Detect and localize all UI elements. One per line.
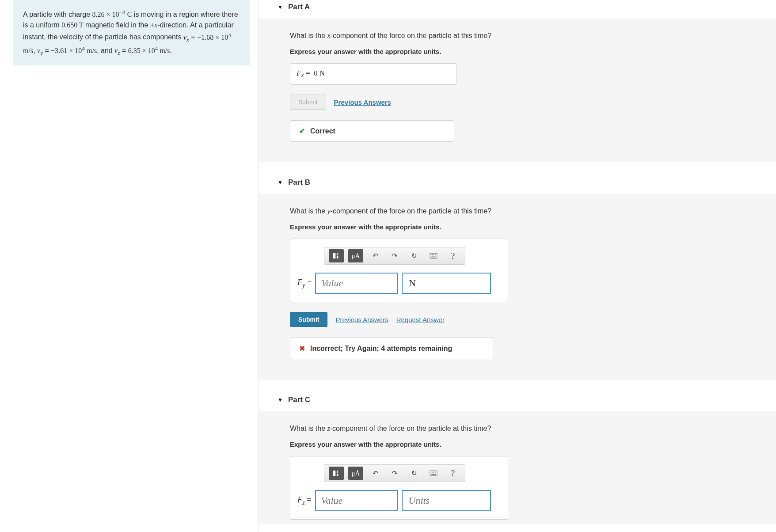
redo-icon[interactable]: ↷ bbox=[387, 249, 402, 262]
x-icon: ✖ bbox=[299, 344, 305, 353]
caret-down-icon: ▼ bbox=[278, 397, 283, 403]
unit-input-b[interactable] bbox=[402, 273, 491, 294]
part-a-feedback: ✔ Correct bbox=[290, 120, 454, 142]
reset-icon[interactable]: ↻ bbox=[407, 467, 422, 480]
svg-rect-15 bbox=[434, 472, 434, 473]
part-c-body: What is the z-component of the force on … bbox=[259, 411, 776, 524]
svg-rect-11 bbox=[337, 474, 339, 476]
part-b-var: Fy = bbox=[297, 278, 312, 289]
part-c-instruction: Express your answer with the appropriate… bbox=[290, 441, 758, 448]
part-b-question: What is the y-component of the force on … bbox=[290, 207, 758, 215]
part-c-input-area: μÅ ↶ ↷ ↻ ? Fz = bbox=[290, 456, 508, 520]
svg-rect-6 bbox=[434, 255, 434, 255]
previous-answers-link-b[interactable]: Previous Answers bbox=[335, 316, 388, 323]
svg-rect-2 bbox=[337, 256, 339, 258]
reset-icon[interactable]: ↻ bbox=[407, 249, 422, 262]
problem-statement: A particle with charge 8.26 × 10−8 C is … bbox=[13, 0, 250, 65]
part-b-title: Part B bbox=[288, 178, 310, 187]
svg-rect-0 bbox=[333, 253, 335, 258]
part-c-question: What is the z-component of the force on … bbox=[290, 425, 758, 433]
part-b-body: What is the y-component of the force on … bbox=[259, 194, 776, 380]
keyboard-icon[interactable] bbox=[426, 249, 441, 262]
svg-rect-8 bbox=[431, 257, 436, 258]
part-c-header[interactable]: ▼ Part C bbox=[259, 393, 776, 411]
part-b-instruction: Express your answer with the appropriate… bbox=[290, 223, 758, 231]
part-b-feedback-text: Incorrect; Try Again; 4 attempts remaini… bbox=[310, 345, 452, 353]
svg-rect-5 bbox=[432, 255, 433, 255]
part-a-instruction: Express your answer with the appropriate… bbox=[290, 48, 758, 55]
undo-icon[interactable]: ↶ bbox=[368, 249, 383, 262]
units-icon[interactable]: μÅ bbox=[348, 249, 363, 262]
part-a-title: Part A bbox=[288, 3, 310, 11]
undo-icon[interactable]: ↶ bbox=[368, 467, 383, 480]
submit-button-a[interactable]: Submit bbox=[290, 95, 326, 110]
part-a-header[interactable]: ▼ Part A bbox=[259, 0, 776, 19]
part-a-question: What is the x-component of the force on … bbox=[290, 32, 758, 40]
template-icon[interactable] bbox=[329, 467, 344, 480]
svg-rect-14 bbox=[432, 472, 433, 473]
svg-rect-3 bbox=[430, 254, 437, 258]
help-icon[interactable]: ? bbox=[445, 467, 460, 480]
units-icon[interactable]: μÅ bbox=[348, 467, 363, 480]
svg-rect-16 bbox=[435, 472, 436, 473]
check-icon: ✔ bbox=[299, 127, 305, 135]
svg-rect-12 bbox=[430, 471, 437, 476]
caret-down-icon: ▼ bbox=[278, 4, 283, 10]
part-b-feedback: ✖ Incorrect; Try Again; 4 attempts remai… bbox=[290, 338, 494, 359]
template-icon[interactable] bbox=[329, 249, 344, 262]
unit-input-c[interactable] bbox=[402, 490, 491, 511]
part-b-header[interactable]: ▼ Part B bbox=[259, 175, 776, 194]
previous-answers-link-a[interactable]: Previous Answers bbox=[334, 99, 392, 106]
keyboard-icon[interactable] bbox=[426, 467, 441, 480]
svg-rect-9 bbox=[333, 471, 335, 476]
svg-rect-17 bbox=[431, 474, 436, 475]
caret-down-icon: ▼ bbox=[278, 179, 283, 186]
svg-rect-4 bbox=[430, 255, 431, 255]
request-answer-link-b[interactable]: Request Answer bbox=[396, 316, 445, 323]
input-toolbar-b: μÅ ↶ ↷ ↻ ? bbox=[324, 247, 465, 265]
part-a-feedback-text: Correct bbox=[310, 127, 335, 135]
help-icon[interactable]: ? bbox=[445, 249, 460, 262]
main-column: ▼ Part A What is the x-component of the … bbox=[259, 0, 776, 532]
svg-rect-1 bbox=[337, 253, 339, 255]
part-c-title: Part C bbox=[288, 395, 310, 404]
svg-rect-10 bbox=[337, 471, 339, 473]
svg-rect-13 bbox=[430, 472, 431, 473]
part-a-answer: Fx = 0 N bbox=[290, 63, 457, 85]
value-input-b[interactable] bbox=[315, 273, 398, 294]
part-a-body: What is the x-component of the force on … bbox=[259, 19, 776, 162]
redo-icon[interactable]: ↷ bbox=[387, 467, 402, 480]
input-toolbar-c: μÅ ↶ ↷ ↻ ? bbox=[324, 464, 465, 482]
submit-button-b[interactable]: Submit bbox=[290, 312, 327, 327]
part-b-input-area: μÅ ↶ ↷ ↻ ? Fy = bbox=[290, 239, 508, 302]
part-c-var: Fz = bbox=[297, 495, 312, 506]
value-input-c[interactable] bbox=[315, 490, 398, 511]
svg-rect-7 bbox=[435, 255, 436, 255]
